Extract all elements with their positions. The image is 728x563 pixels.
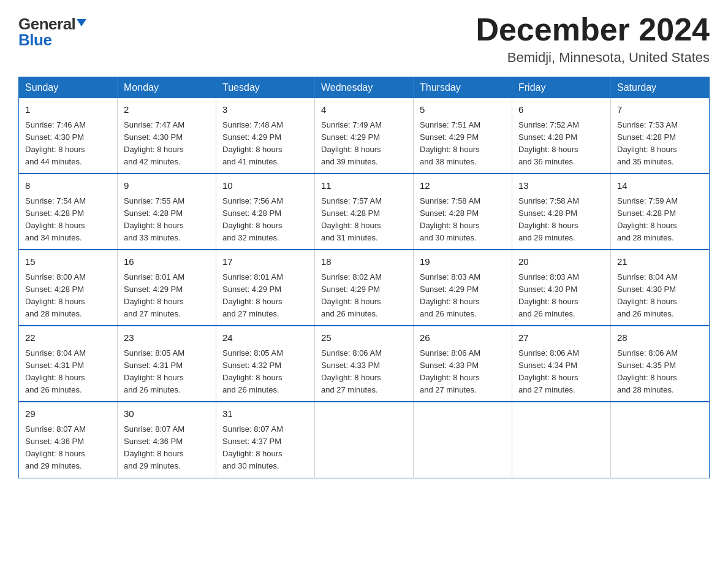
calendar-cell: 16Sunrise: 8:01 AMSunset: 4:29 PMDayligh… [118, 250, 216, 326]
calendar-cell: 5Sunrise: 7:51 AMSunset: 4:29 PMDaylight… [414, 98, 512, 174]
day-info: Sunrise: 8:03 AMSunset: 4:29 PMDaylight:… [420, 271, 506, 321]
day-info: Sunrise: 8:05 AMSunset: 4:31 PMDaylight:… [124, 347, 210, 397]
calendar-cell: 9Sunrise: 7:55 AMSunset: 4:28 PMDaylight… [118, 174, 216, 250]
calendar-cell: 26Sunrise: 8:06 AMSunset: 4:33 PMDayligh… [414, 326, 512, 402]
calendar-cell: 6Sunrise: 7:52 AMSunset: 4:28 PMDaylight… [512, 98, 611, 174]
weekday-header-monday: Monday [118, 77, 216, 99]
day-number: 12 [420, 179, 506, 193]
day-number: 22 [25, 331, 111, 345]
calendar-cell: 4Sunrise: 7:49 AMSunset: 4:29 PMDaylight… [315, 98, 414, 174]
calendar-week-4: 22Sunrise: 8:04 AMSunset: 4:31 PMDayligh… [19, 326, 710, 402]
day-info: Sunrise: 7:58 AMSunset: 4:28 PMDaylight:… [420, 195, 506, 245]
day-info: Sunrise: 8:01 AMSunset: 4:29 PMDaylight:… [222, 271, 308, 321]
day-number: 17 [222, 255, 308, 269]
logo-triangle-icon [77, 19, 86, 26]
calendar-cell: 2Sunrise: 7:47 AMSunset: 4:30 PMDaylight… [118, 98, 216, 174]
day-info: Sunrise: 8:00 AMSunset: 4:28 PMDaylight:… [25, 271, 111, 321]
day-info: Sunrise: 8:02 AMSunset: 4:29 PMDaylight:… [321, 271, 407, 321]
calendar-cell: 21Sunrise: 8:04 AMSunset: 4:30 PMDayligh… [611, 250, 710, 326]
calendar-cell: 8Sunrise: 7:54 AMSunset: 4:28 PMDaylight… [19, 174, 118, 250]
calendar-cell: 3Sunrise: 7:48 AMSunset: 4:29 PMDaylight… [216, 98, 315, 174]
weekday-header-thursday: Thursday [414, 77, 512, 99]
weekday-header-wednesday: Wednesday [315, 77, 414, 99]
calendar-cell: 1Sunrise: 7:46 AMSunset: 4:30 PMDaylight… [19, 98, 118, 174]
calendar-cell: 17Sunrise: 8:01 AMSunset: 4:29 PMDayligh… [216, 250, 315, 326]
day-number: 16 [124, 255, 210, 269]
day-number: 2 [124, 103, 210, 117]
day-number: 28 [617, 331, 703, 345]
calendar-cell [512, 402, 611, 478]
weekday-header-tuesday: Tuesday [216, 77, 315, 99]
day-number: 9 [124, 179, 210, 193]
day-info: Sunrise: 7:47 AMSunset: 4:30 PMDaylight:… [124, 119, 210, 169]
day-number: 7 [617, 103, 703, 117]
calendar-cell: 29Sunrise: 8:07 AMSunset: 4:36 PMDayligh… [19, 402, 118, 478]
day-number: 20 [518, 255, 604, 269]
day-number: 14 [617, 179, 703, 193]
calendar-cell: 13Sunrise: 7:58 AMSunset: 4:28 PMDayligh… [512, 174, 611, 250]
day-number: 4 [321, 103, 407, 117]
day-info: Sunrise: 7:53 AMSunset: 4:28 PMDaylight:… [617, 119, 703, 169]
calendar-cell: 24Sunrise: 8:05 AMSunset: 4:32 PMDayligh… [216, 326, 315, 402]
day-number: 24 [222, 331, 308, 345]
calendar-header-row: SundayMondayTuesdayWednesdayThursdayFrid… [19, 77, 710, 99]
day-info: Sunrise: 8:07 AMSunset: 4:36 PMDaylight:… [124, 423, 210, 473]
calendar-cell: 22Sunrise: 8:04 AMSunset: 4:31 PMDayligh… [19, 326, 118, 402]
day-number: 6 [518, 103, 604, 117]
day-number: 25 [321, 331, 407, 345]
calendar-table: SundayMondayTuesdayWednesdayThursdayFrid… [18, 77, 710, 478]
day-number: 8 [25, 179, 111, 193]
calendar-cell: 20Sunrise: 8:03 AMSunset: 4:30 PMDayligh… [512, 250, 611, 326]
logo-blue-text: Blue [18, 32, 51, 48]
day-info: Sunrise: 7:55 AMSunset: 4:28 PMDaylight:… [124, 195, 210, 245]
day-info: Sunrise: 8:05 AMSunset: 4:32 PMDaylight:… [222, 347, 308, 397]
day-number: 10 [222, 179, 308, 193]
day-info: Sunrise: 7:59 AMSunset: 4:28 PMDaylight:… [617, 195, 703, 245]
calendar-week-5: 29Sunrise: 8:07 AMSunset: 4:36 PMDayligh… [19, 402, 710, 478]
calendar-cell: 19Sunrise: 8:03 AMSunset: 4:29 PMDayligh… [414, 250, 512, 326]
day-info: Sunrise: 8:04 AMSunset: 4:30 PMDaylight:… [617, 271, 703, 321]
day-info: Sunrise: 8:07 AMSunset: 4:37 PMDaylight:… [222, 423, 308, 473]
calendar-week-3: 15Sunrise: 8:00 AMSunset: 4:28 PMDayligh… [19, 250, 710, 326]
calendar-cell: 28Sunrise: 8:06 AMSunset: 4:35 PMDayligh… [611, 326, 710, 402]
day-info: Sunrise: 7:46 AMSunset: 4:30 PMDaylight:… [25, 119, 111, 169]
day-info: Sunrise: 7:56 AMSunset: 4:28 PMDaylight:… [222, 195, 308, 245]
calendar-cell [414, 402, 512, 478]
weekday-header-saturday: Saturday [611, 77, 710, 99]
calendar-week-1: 1Sunrise: 7:46 AMSunset: 4:30 PMDaylight… [19, 98, 710, 174]
day-info: Sunrise: 7:58 AMSunset: 4:28 PMDaylight:… [518, 195, 604, 245]
day-info: Sunrise: 8:07 AMSunset: 4:36 PMDaylight:… [25, 423, 111, 473]
page-header: General Blue December 2024 Bemidji, Minn… [18, 12, 710, 66]
logo: General Blue [18, 12, 86, 48]
day-number: 27 [518, 331, 604, 345]
day-number: 31 [222, 407, 308, 421]
calendar-cell: 25Sunrise: 8:06 AMSunset: 4:33 PMDayligh… [315, 326, 414, 402]
day-number: 5 [420, 103, 506, 117]
day-info: Sunrise: 7:49 AMSunset: 4:29 PMDaylight:… [321, 119, 407, 169]
day-number: 29 [25, 407, 111, 421]
day-number: 1 [25, 103, 111, 117]
day-number: 15 [25, 255, 111, 269]
calendar-cell: 11Sunrise: 7:57 AMSunset: 4:28 PMDayligh… [315, 174, 414, 250]
day-info: Sunrise: 7:54 AMSunset: 4:28 PMDaylight:… [25, 195, 111, 245]
day-info: Sunrise: 8:01 AMSunset: 4:29 PMDaylight:… [124, 271, 210, 321]
day-number: 30 [124, 407, 210, 421]
day-number: 21 [617, 255, 703, 269]
day-info: Sunrise: 8:06 AMSunset: 4:35 PMDaylight:… [617, 347, 703, 397]
calendar-cell: 15Sunrise: 8:00 AMSunset: 4:28 PMDayligh… [19, 250, 118, 326]
day-number: 23 [124, 331, 210, 345]
day-number: 19 [420, 255, 506, 269]
month-title: December 2024 [476, 12, 710, 47]
calendar-cell [611, 402, 710, 478]
calendar-cell [315, 402, 414, 478]
day-info: Sunrise: 7:51 AMSunset: 4:29 PMDaylight:… [420, 119, 506, 169]
day-info: Sunrise: 8:06 AMSunset: 4:33 PMDaylight:… [420, 347, 506, 397]
day-number: 18 [321, 255, 407, 269]
calendar-cell: 7Sunrise: 7:53 AMSunset: 4:28 PMDaylight… [611, 98, 710, 174]
location-title: Bemidji, Minnesota, United States [476, 50, 710, 66]
weekday-header-sunday: Sunday [19, 77, 118, 99]
calendar-cell: 30Sunrise: 8:07 AMSunset: 4:36 PMDayligh… [118, 402, 216, 478]
weekday-header-friday: Friday [512, 77, 611, 99]
day-info: Sunrise: 8:04 AMSunset: 4:31 PMDaylight:… [25, 347, 111, 397]
day-info: Sunrise: 8:06 AMSunset: 4:34 PMDaylight:… [518, 347, 604, 397]
